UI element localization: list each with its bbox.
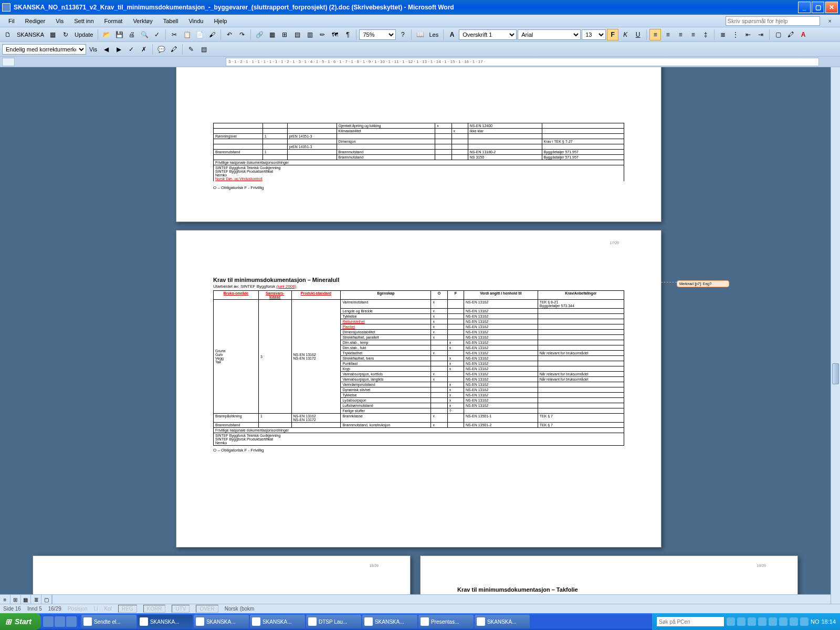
taskbar-task[interactable]: SKANSKA... (194, 615, 249, 628)
desktop-search-input[interactable] (656, 616, 724, 627)
track-changes-button[interactable]: ✎ (185, 44, 197, 55)
reviewing-pane-button[interactable]: ▤ (198, 44, 209, 55)
show-marks-button[interactable]: ¶ (342, 29, 353, 40)
tray-icon[interactable] (800, 617, 808, 626)
menu-insert[interactable]: Sett inn (69, 16, 99, 26)
undo-button[interactable]: ↶ (224, 29, 235, 40)
columns-button[interactable]: ▥ (304, 29, 316, 40)
menu-edit[interactable]: Rediger (20, 16, 51, 26)
print-button[interactable]: 🖨 (126, 29, 138, 40)
zoom-select[interactable]: 75% (359, 29, 396, 40)
tray-icon[interactable] (779, 617, 788, 626)
normal-view-button[interactable]: ≡ (0, 595, 10, 604)
print-view-button[interactable]: ▦ (21, 595, 32, 604)
taskbar-task[interactable]: SKANSKA... (362, 615, 417, 628)
close-button[interactable]: ✕ (825, 2, 838, 13)
horizontal-scrollbar[interactable] (52, 594, 831, 604)
help-button[interactable]: ? (397, 29, 408, 40)
accept-button[interactable]: ✓ (125, 44, 137, 55)
outlook-icon[interactable] (66, 616, 77, 627)
bold-button[interactable]: F (607, 29, 618, 40)
tray-icon[interactable] (790, 617, 798, 626)
taskbar-task[interactable]: Presentas... (418, 615, 474, 628)
highlight-tool-button[interactable]: 🖍 (168, 44, 180, 55)
highlight-button[interactable]: 🖍 (785, 29, 796, 40)
save-button[interactable]: 💾 (113, 29, 125, 40)
menu-table[interactable]: Tabell (158, 16, 184, 26)
font-select[interactable]: Arial (518, 29, 581, 40)
prev-change-button[interactable]: ◀ (100, 44, 112, 55)
tray-icon[interactable] (769, 617, 777, 626)
refresh-button[interactable]: ↻ (60, 29, 71, 40)
increase-indent-button[interactable]: ⇥ (755, 29, 766, 40)
taskbar-task[interactable]: Sendte el... (81, 615, 136, 628)
minimize-button[interactable]: _ (798, 2, 811, 13)
excel-button[interactable]: ▤ (291, 29, 303, 40)
horizontal-ruler[interactable]: 3 · 1 · 2 · 1 · 1 · 1 · 1 · 1 · 1 · 1 · … (226, 58, 819, 66)
underline-button[interactable]: U (632, 29, 644, 40)
redo-button[interactable]: ↷ (236, 29, 248, 40)
next-change-button[interactable]: ▶ (113, 44, 124, 55)
ie-icon[interactable] (43, 616, 54, 627)
align-center-button[interactable]: ≡ (662, 29, 674, 40)
web-view-button[interactable]: ⊞ (10, 595, 21, 604)
align-justify-button[interactable]: ≡ (687, 29, 699, 40)
preview-button[interactable]: 🔍 (139, 29, 150, 40)
font-size-select[interactable]: 13 (582, 29, 606, 40)
drawing-button[interactable]: ✏ (317, 29, 328, 40)
les-label[interactable]: Les (427, 32, 440, 38)
taskbar-task[interactable]: SKANSKA... (138, 615, 193, 628)
tray-icon[interactable] (737, 617, 746, 626)
new-button[interactable]: 🗋 (2, 29, 14, 40)
status-ovr[interactable]: OVER (196, 605, 218, 613)
document-canvas[interactable]: Gjentatt åpning og lukkingxNS-EN 12400Kl… (0, 67, 840, 604)
copy-button[interactable]: 📋 (181, 29, 193, 40)
menu-view[interactable]: Vis (50, 16, 69, 26)
menu-help[interactable]: Hjelp (208, 16, 232, 26)
bullets-button[interactable]: ⋮ (730, 29, 741, 40)
status-rec[interactable]: REG (118, 605, 137, 613)
hyperlink-button[interactable]: 🔗 (254, 29, 265, 40)
status-ext[interactable]: UTV (172, 605, 190, 613)
reject-button[interactable]: ✗ (138, 44, 150, 55)
italic-button[interactable]: K (620, 29, 631, 40)
format-painter-button[interactable]: 🖌 (206, 29, 218, 40)
insert-comment-button[interactable]: 💬 (155, 44, 167, 55)
taskbar-task[interactable]: SKANSKA... (250, 615, 305, 628)
spellcheck-button[interactable]: ✓ (151, 29, 163, 40)
taskbar-task[interactable]: DTSP Lau... (306, 615, 361, 628)
decrease-indent-button[interactable]: ⇤ (742, 29, 754, 40)
cut-button[interactable]: ✂ (169, 29, 180, 40)
reading-view-button[interactable]: ▢ (41, 595, 52, 604)
tray-icon[interactable] (758, 617, 766, 626)
outline-view-button[interactable]: ≣ (31, 595, 41, 604)
tables-button[interactable]: ▦ (266, 29, 278, 40)
tray-icon[interactable] (727, 617, 735, 626)
align-left-button[interactable]: ≡ (649, 29, 661, 40)
vertical-scrollbar[interactable] (831, 67, 840, 604)
close-doc-button[interactable]: × (823, 16, 837, 26)
menu-window[interactable]: Vindu (183, 16, 208, 26)
open-button[interactable]: 📂 (101, 29, 112, 40)
insert-table-button[interactable]: ⊞ (279, 29, 290, 40)
menu-file[interactable]: Fil (3, 16, 20, 26)
tray-icon[interactable] (748, 617, 756, 626)
display-review-select[interactable]: Endelig med korrekturmerker (2, 44, 86, 55)
numbering-button[interactable]: ≣ (717, 29, 729, 40)
style-select[interactable]: Overskrift 1 (459, 29, 517, 40)
read-button[interactable]: 📖 (414, 29, 426, 40)
ruler-corner[interactable] (2, 58, 15, 66)
start-button[interactable]: ⊞Start (0, 613, 41, 630)
format-a-button[interactable]: A (446, 29, 458, 40)
scrollbar-thumb[interactable] (832, 363, 839, 384)
line-spacing-button[interactable]: ‡ (700, 29, 711, 40)
status-language[interactable]: Norsk (bokm (225, 606, 255, 612)
grid-button[interactable]: ▦ (47, 29, 59, 40)
paste-button[interactable]: 📄 (194, 29, 205, 40)
desktop-icon[interactable] (55, 616, 65, 627)
comment-balloon[interactable]: Merknad [p7]: Eng? (677, 280, 729, 287)
vis-label[interactable]: Vis (87, 46, 99, 52)
language-indicator[interactable]: NO (811, 618, 820, 625)
skanska-label[interactable]: SKANSKA (15, 32, 46, 38)
taskbar-task[interactable]: SKANSKA... (475, 615, 530, 628)
